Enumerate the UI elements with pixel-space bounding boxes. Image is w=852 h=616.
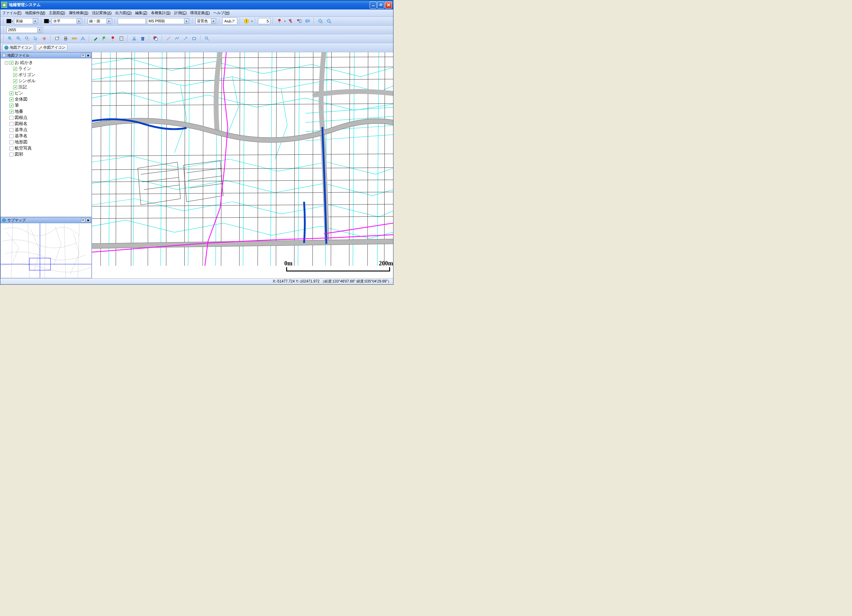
submap-collapse-icon[interactable]: ▣	[86, 218, 90, 222]
refresh-icon[interactable]: ⟳	[81, 53, 85, 57]
layer-checkbox[interactable]: ✔	[9, 91, 14, 95]
menu-o[interactable]: 出力図(O)	[115, 11, 131, 16]
cut-icon[interactable]	[130, 35, 138, 42]
layer-checkbox[interactable]: ✔	[9, 110, 14, 114]
layer-item[interactable]: ✔ピン	[1, 90, 91, 96]
polyline-icon[interactable]	[173, 35, 181, 42]
menu-z[interactable]: 編集(Z)	[135, 11, 147, 16]
menu-e[interactable]: 環境定義(E)	[190, 11, 210, 16]
globe-zoom-icon[interactable]	[325, 17, 332, 25]
note-icon[interactable]	[118, 35, 125, 42]
svg-rect-34	[1, 223, 91, 278]
measure-icon[interactable]	[79, 35, 86, 42]
collapse-icon[interactable]: ▣	[86, 53, 90, 57]
menu-c[interactable]: 計測(C)	[174, 11, 187, 16]
menu-m[interactable]: 地図操作(M)	[25, 11, 45, 16]
layer-checkbox[interactable]: ✔	[13, 85, 17, 89]
layer-checkbox[interactable]: ✔	[9, 122, 14, 126]
mapfiles-panel-header[interactable]: 地図ファイル ⟳ ▣	[0, 52, 92, 58]
layer-item[interactable]: ✔基準名	[1, 133, 91, 139]
scale-combo[interactable]: 2655▾	[6, 27, 43, 33]
zoom-area-icon[interactable]	[24, 35, 31, 42]
layer-item[interactable]: ✔基準点	[1, 127, 91, 133]
menu-d[interactable]: 主題図(D)	[49, 11, 65, 16]
map-icons-tab[interactable]: 地図アイコン	[2, 44, 34, 51]
pan-icon[interactable]	[41, 35, 48, 42]
layer-checkbox[interactable]: ✔	[13, 79, 17, 83]
layer-item[interactable]: ✔航空写真	[1, 145, 91, 151]
layer-checkbox[interactable]: ✔	[9, 146, 14, 150]
layer-item[interactable]: ✔筆	[1, 103, 91, 109]
minimize-button[interactable]	[370, 2, 377, 9]
window-title: 地籍管理システム	[9, 2, 370, 8]
bring-front-icon[interactable]	[152, 35, 159, 42]
restore-button[interactable]	[377, 2, 384, 9]
layer-item[interactable]: ✔地番	[1, 109, 91, 115]
expand-toggle[interactable]: -	[5, 61, 8, 65]
ruler-icon[interactable]	[71, 35, 78, 42]
draw-icons-tab[interactable]: 作図アイコン	[36, 44, 68, 51]
layer-checkbox[interactable]: ✔	[9, 61, 14, 65]
layer-checkbox[interactable]: ✔	[9, 140, 14, 144]
menu-s[interactable]: 属性検索(S)	[69, 11, 88, 16]
menu-h[interactable]: ヘルプ(H)	[213, 11, 230, 16]
layer-checkbox[interactable]: ✔	[9, 98, 14, 101]
pointer-icon[interactable]	[32, 35, 39, 42]
marker-icon[interactable]	[109, 35, 116, 42]
menu-f[interactable]: ファイル(F)	[2, 11, 21, 16]
flag-icon[interactable]	[101, 35, 108, 42]
svg-rect-19	[65, 37, 66, 38]
map-view[interactable]: 0m 200m	[92, 52, 393, 278]
hatch-combo[interactable]: 水平▾	[52, 18, 82, 24]
layer-item[interactable]: ✔図根点	[1, 115, 91, 121]
layer-add-icon[interactable]	[53, 35, 61, 42]
pen-icon[interactable]	[92, 35, 99, 42]
layer-checkbox[interactable]: ✔	[13, 73, 17, 77]
layer-checkbox[interactable]: ✔	[9, 134, 14, 138]
drawmode-combo[interactable]: 線・面▾	[88, 18, 112, 24]
layer-item[interactable]: ✔図根名	[1, 121, 91, 127]
fill-color-swatch[interactable]: ▾	[44, 19, 50, 23]
font-combo[interactable]: MS P明朝▾	[147, 18, 190, 24]
text-input-combo[interactable]	[118, 18, 146, 24]
search-icon[interactable]	[203, 35, 211, 42]
layer-checkbox[interactable]: ✔	[9, 116, 14, 120]
layer-checkbox[interactable]: ✔	[9, 104, 14, 107]
arrow-icon[interactable]	[182, 35, 189, 42]
bgmode-combo[interactable]: 背景色▾	[195, 18, 217, 24]
submap-panel-header[interactable]: サブマップ ⟳ ▣	[0, 217, 92, 223]
sample-text-button[interactable]: Aaあア	[222, 17, 237, 25]
layer-item[interactable]: -✔お 絵かき	[1, 60, 91, 66]
layer-item[interactable]: ✔シンボル	[1, 78, 91, 84]
red-pin-icon[interactable]	[276, 17, 283, 25]
trash-icon[interactable]	[139, 35, 147, 42]
layer-item[interactable]: ✔ポリゴン	[1, 72, 91, 78]
print-icon[interactable]	[62, 35, 69, 42]
line-color-swatch[interactable]: ▾	[6, 19, 13, 23]
globe-search-icon[interactable]	[317, 17, 324, 25]
layer-checkbox[interactable]: ✔	[9, 152, 14, 157]
submap-refresh-icon[interactable]: ⟳	[81, 218, 85, 222]
layer-item[interactable]: ✔地形図	[1, 139, 91, 145]
line-icon[interactable]	[165, 35, 172, 42]
layer-item[interactable]: ✔全体図	[1, 96, 91, 103]
layer-item[interactable]: ✔図郭	[1, 151, 91, 157]
pin-delete-icon[interactable]	[287, 17, 294, 25]
layer-item[interactable]: ✔注記	[1, 84, 91, 90]
menu-s[interactable]: 各種集計(S)	[151, 11, 171, 16]
pin-list-icon[interactable]	[295, 17, 303, 25]
size-field[interactable]	[258, 18, 270, 24]
layer-label: 筆	[15, 103, 19, 108]
linestyle-combo[interactable]: 実線▾	[14, 18, 39, 24]
rect-icon[interactable]	[190, 35, 198, 42]
layer-checkbox[interactable]: ✔	[13, 67, 17, 71]
zoom-out-icon[interactable]	[15, 35, 22, 42]
close-button[interactable]	[385, 2, 392, 9]
warning-icon[interactable]: !	[243, 17, 250, 25]
layer-checkbox[interactable]: ✔	[9, 128, 14, 132]
layer-item[interactable]: ✔ライン	[1, 66, 91, 72]
zoom-in-icon[interactable]	[6, 35, 14, 42]
menu-a[interactable]: 注記変換(A)	[92, 11, 112, 16]
submap-view[interactable]	[0, 223, 92, 278]
comment-icon[interactable]	[304, 17, 311, 25]
